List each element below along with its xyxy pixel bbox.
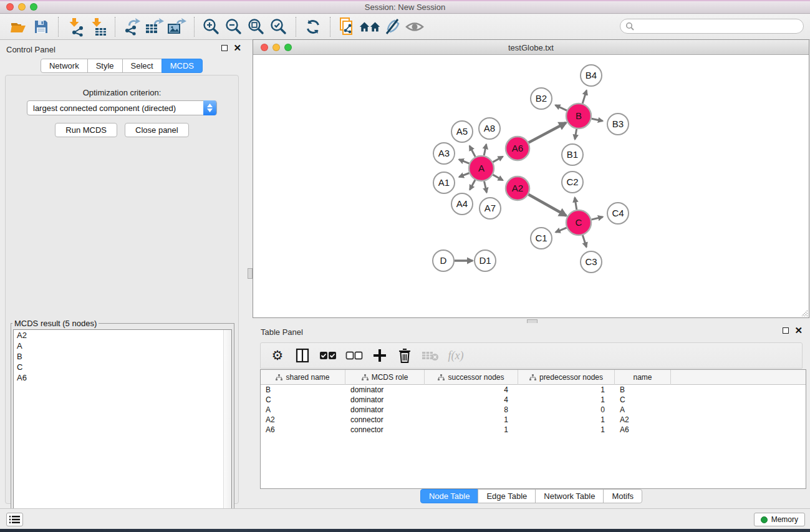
graph-edge[interactable] <box>592 118 603 121</box>
tab-edge-table[interactable]: Edge Table <box>478 489 536 503</box>
graph-node[interactable]: D1 <box>475 250 496 271</box>
graph-edge[interactable] <box>582 235 586 247</box>
graph-edge[interactable] <box>575 129 577 140</box>
resize-grip-icon[interactable] <box>799 308 808 317</box>
table-row[interactable]: Bdominator41B <box>261 385 806 395</box>
list-item[interactable]: A <box>14 341 231 351</box>
graph-edge[interactable] <box>459 173 469 177</box>
table-row[interactable]: Adominator80A <box>261 405 806 415</box>
graph-node[interactable]: B2 <box>531 88 552 109</box>
list-item[interactable]: C <box>14 362 231 372</box>
column-header[interactable]: MCDS role <box>345 370 425 385</box>
zoom-in-button[interactable] <box>200 16 223 37</box>
memory-button[interactable]: Memory <box>754 513 805 526</box>
zoom-out-button[interactable] <box>223 16 245 37</box>
zoom-fit-button[interactable] <box>245 16 268 37</box>
graph-edge[interactable] <box>556 105 567 111</box>
tab-network-table[interactable]: Network Table <box>535 489 604 503</box>
graph-node[interactable]: A6 <box>506 137 529 160</box>
graph-node[interactable]: C3 <box>581 251 602 273</box>
graph-node[interactable]: A7 <box>480 198 501 219</box>
delete-table-button[interactable] <box>422 346 439 365</box>
graph-edge[interactable] <box>459 160 469 164</box>
import-network-button[interactable] <box>64 16 87 37</box>
graph-edge[interactable] <box>470 180 475 190</box>
graph-edge[interactable] <box>470 146 475 157</box>
search-input[interactable] <box>620 19 804 34</box>
graph-node[interactable]: A2 <box>506 177 529 200</box>
function-builder-button[interactable]: f(x) <box>448 346 464 365</box>
refresh-button[interactable] <box>302 16 324 37</box>
column-header[interactable]: name <box>615 370 671 385</box>
optimization-criterion-select[interactable]: largest connected component (directed) <box>27 100 217 115</box>
graph-node[interactable]: C1 <box>531 228 552 249</box>
graph-node[interactable]: A <box>469 156 494 181</box>
column-header[interactable]: predecessor nodes <box>518 370 615 385</box>
list-item[interactable]: B <box>14 351 231 362</box>
show-hide-button[interactable] <box>403 16 426 37</box>
run-mcds-button[interactable]: Run MCDS <box>55 123 117 137</box>
table-settings-button[interactable]: ⚙ <box>269 346 286 365</box>
table-row[interactable]: Cdominator41C <box>261 395 806 405</box>
new-network-button[interactable] <box>336 16 359 37</box>
tab-select[interactable]: Select <box>122 59 162 73</box>
export-image-button[interactable] <box>166 16 188 37</box>
graph-edge[interactable] <box>575 198 577 210</box>
graph-edge[interactable] <box>493 175 503 180</box>
zoom-selected-button[interactable] <box>268 16 290 37</box>
graph-node[interactable]: B <box>566 104 591 128</box>
float-panel-icon[interactable] <box>221 45 228 51</box>
hide-annotations-button[interactable] <box>381 16 403 37</box>
tab-node-table[interactable]: Node Table <box>420 489 479 503</box>
close-panel-button[interactable]: Close panel <box>125 123 189 137</box>
graph-edge[interactable] <box>493 157 503 162</box>
tab-style[interactable]: Style <box>87 59 123 73</box>
graph-node[interactable]: A8 <box>479 118 500 139</box>
graph-edge[interactable] <box>528 195 566 216</box>
graph-edge[interactable] <box>582 90 586 104</box>
graph-edge[interactable] <box>529 123 566 143</box>
import-table-button[interactable] <box>87 16 109 37</box>
delete-column-button[interactable] <box>397 346 413 365</box>
task-history-button[interactable] <box>6 513 23 526</box>
close-panel-icon[interactable]: ✕ <box>233 45 241 51</box>
graph-node[interactable]: A3 <box>433 143 455 164</box>
graph-edge[interactable] <box>484 144 486 155</box>
deselect-all-button[interactable] <box>345 346 363 365</box>
graph-edge[interactable] <box>556 228 567 232</box>
list-scrollbar[interactable] <box>223 330 231 529</box>
graph-node[interactable]: B4 <box>581 65 602 86</box>
create-column-button[interactable] <box>372 346 388 365</box>
save-session-button[interactable] <box>30 16 52 37</box>
graph-edge[interactable] <box>484 181 486 193</box>
select-all-button[interactable] <box>319 346 337 365</box>
tab-motifs[interactable]: Motifs <box>603 489 642 503</box>
column-layout-button[interactable] <box>294 346 311 365</box>
graph-node[interactable]: A5 <box>451 121 473 142</box>
vertical-splitter-handle[interactable] <box>248 268 253 279</box>
list-item[interactable]: A6 <box>14 372 231 383</box>
network-window-titlebar[interactable]: testGlobe.txt <box>253 40 809 55</box>
table-row[interactable]: A2connector11A2 <box>261 415 806 425</box>
network-canvas[interactable]: AA1A2A3A4A5A6A7A8BB1B2B3B4CC1C2C3C4DD1 <box>253 55 809 317</box>
graph-node[interactable]: D <box>433 250 454 271</box>
export-network-button[interactable] <box>121 16 143 37</box>
graph-node[interactable]: A4 <box>451 193 473 215</box>
table-row[interactable]: A6connector11A6 <box>261 425 806 435</box>
list-item[interactable]: A2 <box>14 330 231 341</box>
graph-node[interactable]: C <box>566 210 591 235</box>
graph-node[interactable]: A1 <box>433 172 455 193</box>
tab-mcds[interactable]: MCDS <box>162 59 203 73</box>
graph-edge[interactable] <box>591 217 602 220</box>
close-table-panel-icon[interactable]: ✕ <box>794 327 803 334</box>
graph-node[interactable]: B3 <box>607 114 629 135</box>
home-layout-button[interactable] <box>359 16 381 37</box>
graph-node[interactable]: C4 <box>607 203 629 224</box>
export-table-button[interactable] <box>143 16 166 37</box>
graph-node[interactable]: C2 <box>562 172 583 193</box>
column-header[interactable]: successor nodes <box>425 370 518 385</box>
open-file-button[interactable] <box>7 16 30 37</box>
tab-network[interactable]: Network <box>41 59 88 73</box>
float-table-panel-icon[interactable] <box>783 327 789 334</box>
graph-node[interactable]: B1 <box>562 144 583 165</box>
